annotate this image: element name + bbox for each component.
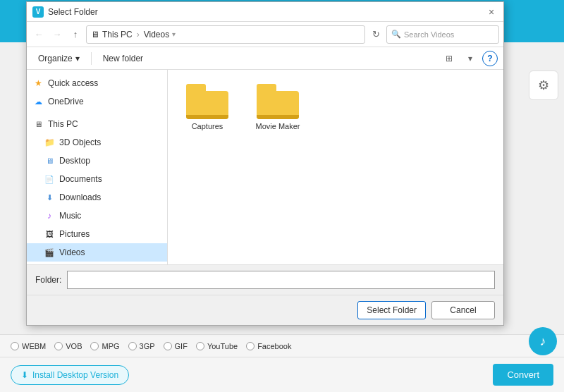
folder-input-area: Folder: — [27, 264, 503, 295]
radio-3gp[interactable] — [128, 342, 137, 350]
help-button[interactable]: ? — [482, 51, 498, 66]
format-webm-label: WEBM — [22, 342, 46, 350]
radio-youtube[interactable] — [196, 342, 204, 350]
format-facebook-label: Facebook — [257, 342, 291, 350]
star-icon: ★ — [32, 78, 44, 89]
folder-input-label: Folder: — [35, 275, 61, 285]
view-chevron-icon: ▾ — [468, 54, 472, 63]
breadcrumb-this-pc[interactable]: This PC — [102, 30, 133, 39]
organize-label: Organize — [38, 54, 73, 63]
dialog-toolbar: Organize ▾ New folder ⊞ ▾ ? — [27, 47, 503, 70]
dialog-app-icon: V — [32, 6, 44, 18]
help-icon: ? — [487, 54, 492, 63]
nav-3d-objects[interactable]: 📁 3D Objects — [27, 133, 167, 152]
music-note-icon: ♪ — [540, 334, 546, 349]
nav-pane: ★ Quick access ☁ OneDrive 🖥 This PC 📁 3D… — [27, 70, 168, 264]
convert-label: Convert — [507, 369, 539, 380]
docs-icon: 📄 — [44, 173, 55, 185]
new-folder-label: New folder — [103, 54, 143, 63]
folder-captures[interactable]: Captures — [179, 81, 235, 133]
toolbar-separator — [91, 52, 92, 65]
radio-mpg[interactable] — [90, 342, 99, 350]
format-mpg-label: MPG — [102, 342, 119, 350]
folder-movie-maker-label: Movie Maker — [256, 122, 300, 130]
back-button[interactable]: ← — [31, 27, 47, 42]
gear-icon: ⚙ — [538, 78, 549, 93]
nav-pictures[interactable]: 🖼 Pictures — [27, 225, 167, 243]
breadcrumb-videos[interactable]: Videos — [144, 30, 169, 39]
download-icon: ⬇ — [21, 370, 28, 380]
nav-this-pc-label: This PC — [48, 119, 78, 129]
up-button[interactable]: ↑ — [68, 27, 83, 42]
search-box[interactable]: 🔍 Search Videos — [386, 25, 499, 44]
cancel-label: Cancel — [450, 305, 476, 315]
dialog-close-button[interactable]: × — [485, 6, 498, 18]
dialog-title-bar: V Select Folder × — [27, 2, 503, 22]
nav-music[interactable]: ♪ Music — [27, 207, 167, 225]
files-pane: Captures Movie Maker — [168, 70, 503, 264]
radio-webm[interactable] — [11, 342, 19, 350]
format-bar: WEBM VOB MPG 3GP GIF YouTube Facebook — [0, 334, 564, 357]
install-btn-label: Install Desktop Version — [32, 370, 118, 380]
settings-button[interactable]: ⚙ — [529, 71, 558, 100]
nav-this-pc[interactable]: 🖥 This PC — [27, 115, 167, 133]
app-side-icons: ⚙ — [529, 71, 558, 100]
up-icon: ↑ — [73, 29, 78, 39]
folder-captures-label: Captures — [192, 122, 223, 130]
nav-downloads-label: Downloads — [59, 192, 101, 202]
nav-quick-access-label: Quick access — [48, 78, 98, 88]
nav-quick-access[interactable]: ★ Quick access — [27, 74, 167, 92]
format-youtube-label: YouTube — [207, 342, 238, 350]
refresh-icon: ↻ — [372, 29, 380, 39]
organize-chevron: ▾ — [75, 54, 80, 63]
nav-onedrive[interactable]: ☁ OneDrive — [27, 92, 167, 111]
cancel-button[interactable]: Cancel — [431, 301, 495, 319]
nav-desktop[interactable]: 🖥 Desktop — [27, 152, 167, 170]
desktop-icon: 🖥 — [44, 155, 55, 166]
folder-movie-maker[interactable]: Movie Maker — [250, 81, 306, 133]
dialog-buttons-area: Select Folder Cancel — [27, 295, 503, 325]
format-3gp-label: 3GP — [140, 342, 155, 350]
folder-captures-icon — [186, 84, 228, 119]
music-icon-button[interactable]: ♪ — [529, 327, 557, 355]
format-facebook[interactable]: Facebook — [246, 342, 291, 350]
format-3gp[interactable]: 3GP — [128, 342, 155, 350]
dialog-title: Select Folder — [48, 7, 485, 17]
format-mpg[interactable]: MPG — [90, 342, 119, 350]
install-desktop-button[interactable]: ⬇ Install Desktop Version — [11, 365, 129, 385]
files-grid: Captures Movie Maker — [179, 81, 492, 133]
radio-gif[interactable] — [164, 342, 172, 350]
nav-videos-label: Videos — [59, 247, 85, 257]
forward-button[interactable]: → — [49, 27, 65, 42]
pictures-icon: 🖼 — [44, 228, 55, 240]
select-folder-dialog: V Select Folder × ← → ↑ 🖥 This PC › Vide… — [26, 1, 504, 326]
convert-button[interactable]: Convert — [493, 364, 553, 386]
format-gif[interactable]: GIF — [164, 342, 188, 350]
nav-documents[interactable]: 📄 Documents — [27, 170, 167, 188]
cloud-icon: ☁ — [32, 96, 44, 107]
nav-downloads[interactable]: ⬇ Downloads — [27, 188, 167, 207]
format-gif-label: GIF — [175, 342, 188, 350]
new-folder-button[interactable]: New folder — [97, 50, 149, 67]
format-youtube[interactable]: YouTube — [196, 342, 238, 350]
nav-desktop-label: Desktop — [59, 156, 90, 166]
view-toggle-button[interactable]: ⊞ — [440, 50, 458, 67]
breadcrumb-icon: 🖥 — [91, 30, 99, 39]
videos-icon: 🎬 — [44, 247, 55, 258]
refresh-button[interactable]: ↻ — [368, 27, 384, 42]
format-webm[interactable]: WEBM — [11, 342, 46, 350]
radio-facebook[interactable] — [246, 342, 255, 350]
view-chevron-button[interactable]: ▾ — [461, 50, 479, 67]
format-vob[interactable]: VOB — [54, 342, 82, 350]
breadcrumb-chevron: ▾ — [172, 30, 176, 38]
search-placeholder-text: Search Videos — [404, 30, 454, 39]
format-vob-label: VOB — [66, 342, 82, 350]
folder-text-input[interactable] — [67, 271, 495, 289]
radio-vob[interactable] — [54, 342, 63, 350]
select-folder-button[interactable]: Select Folder — [357, 301, 426, 319]
select-folder-label: Select Folder — [367, 305, 417, 315]
forward-icon: → — [53, 29, 62, 39]
organize-button[interactable]: Organize ▾ — [32, 50, 85, 67]
folder-movie-maker-icon — [257, 84, 299, 119]
nav-videos[interactable]: 🎬 Videos — [27, 243, 167, 262]
